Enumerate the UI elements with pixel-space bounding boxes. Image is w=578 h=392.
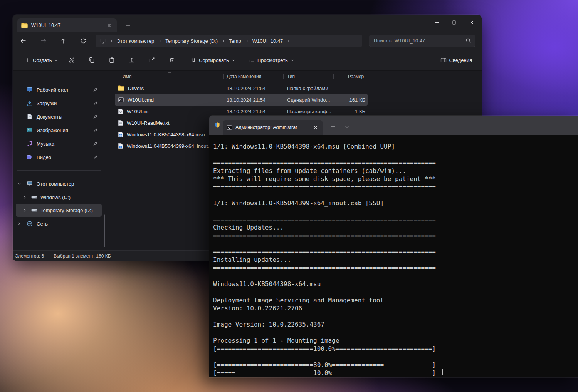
terminal-tab-close-icon[interactable] [312, 124, 319, 131]
msu-package-icon [118, 131, 123, 137]
column-header-date[interactable]: Дата изменения [223, 74, 283, 79]
delete-icon[interactable] [165, 53, 178, 67]
search-box[interactable] [369, 35, 475, 47]
chevron-right-icon[interactable] [17, 222, 21, 226]
column-header-size[interactable]: Размер [333, 74, 367, 79]
status-separator [116, 254, 116, 258]
breadcrumb: Этот компьютер Temporary Storage (D:) Te… [96, 35, 362, 47]
column-headers: Имя Дата изменения Тип Размер [115, 71, 368, 82]
terminal-tab-dropdown-button[interactable] [341, 122, 353, 132]
details-pane-button[interactable]: Сведения [437, 53, 476, 67]
sidebar-item-this-pc[interactable]: Этот компьютер [16, 177, 102, 190]
file-name: Drivers [128, 85, 144, 91]
file-name: W10UI.cmd [128, 97, 154, 103]
sidebar-item-label: Видео [37, 154, 51, 160]
file-type: Параметры конф... [283, 109, 333, 114]
sidebar-item-desktop[interactable]: Рабочий стол [16, 83, 102, 96]
text-file-icon [118, 120, 123, 126]
file-row-drivers[interactable]: Drivers 18.10.2024 21:54 Папка с файлами [115, 82, 368, 94]
chevron-right-icon[interactable] [23, 195, 27, 199]
explorer-tab[interactable]: W10UI_10.47 [17, 18, 117, 32]
sidebar-item-documents[interactable]: Документы [16, 110, 102, 123]
create-button[interactable]: Создать [21, 53, 61, 67]
search-input[interactable] [369, 35, 475, 47]
sidebar-item-network[interactable]: Сеть [16, 217, 102, 230]
copy-icon[interactable] [85, 53, 98, 67]
sort-ascending-icon [168, 71, 172, 74]
sort-arrows-icon [190, 57, 196, 63]
rename-icon[interactable] [125, 53, 138, 67]
sidebar-item-drive-c[interactable]: Windows (C:) [16, 191, 102, 204]
share-icon[interactable] [145, 53, 158, 67]
close-button[interactable] [463, 15, 480, 30]
column-header-name[interactable]: Имя [115, 74, 223, 79]
file-size: 161 КБ [333, 97, 367, 103]
new-tab-button[interactable] [123, 21, 133, 30]
pictures-icon [27, 127, 33, 133]
maximize-button[interactable] [445, 15, 463, 30]
chevron-right-icon[interactable] [287, 39, 290, 43]
terminal-titlebar[interactable]: Администратор: Administrat [209, 116, 578, 135]
status-item-count: Элементов: 6 [15, 253, 44, 259]
sidebar-item-pictures[interactable]: Изображения [16, 124, 102, 137]
breadcrumb-item-this-pc[interactable]: Этот компьютер [114, 37, 156, 45]
sidebar-item-music[interactable]: Музыка [16, 137, 102, 150]
status-selection: Выбран 1 элемент: 160 КБ [54, 253, 111, 259]
minimize-button[interactable] [428, 15, 445, 30]
chevron-down-icon [54, 59, 58, 62]
pin-icon [93, 101, 98, 106]
breadcrumb-item-drive-d[interactable]: Temporary Storage (D:) [163, 37, 220, 45]
cut-icon[interactable] [65, 53, 78, 67]
chevron-right-icon[interactable] [23, 208, 27, 212]
tab-close-icon[interactable] [105, 22, 113, 29]
chevron-down-icon[interactable] [17, 182, 21, 186]
terminal-window: Администратор: Administrat 1/1: Windows1… [209, 116, 578, 377]
sidebar-item-downloads[interactable]: Загрузки [16, 97, 102, 110]
cab-package-icon [118, 143, 123, 149]
file-name: W10UI-ReadMe.txt [127, 120, 170, 126]
up-icon[interactable] [56, 34, 70, 48]
music-icon [27, 141, 33, 147]
tab-title: W10UI_10.47 [31, 23, 102, 28]
breadcrumb-item-temp[interactable]: Temp [227, 37, 244, 45]
chevron-right-icon [109, 39, 113, 43]
sort-button[interactable]: Сортировать [187, 53, 239, 67]
terminal-tab[interactable]: Администратор: Administrat [223, 120, 323, 135]
computer-icon [99, 38, 108, 44]
explorer-titlebar[interactable]: W10UI_10.47 [13, 15, 482, 32]
sidebar-item-drive-d[interactable]: Temporary Storage (D:) [16, 204, 102, 217]
plus-icon [25, 57, 30, 63]
documents-icon [27, 114, 33, 120]
desktop-icon [27, 87, 33, 93]
details-pane-icon [440, 57, 447, 63]
view-button[interactable]: Просмотреть [245, 53, 297, 67]
forward-icon[interactable] [36, 34, 50, 48]
refresh-icon[interactable] [76, 34, 90, 48]
terminal-output[interactable]: 1/1: Windows11.0-KB5044398-x64.msu [Comb… [209, 135, 578, 377]
details-button-label: Сведения [449, 57, 472, 63]
sidebar-scrollbar[interactable] [104, 214, 105, 247]
sidebar-item-label: Рабочий стол [37, 87, 68, 93]
paste-icon[interactable] [105, 53, 118, 67]
chevron-down-icon [291, 59, 294, 62]
videos-icon [27, 154, 33, 160]
terminal-new-tab-button[interactable] [327, 122, 339, 132]
column-header-type[interactable]: Тип [283, 74, 333, 79]
sidebar-item-label: Этот компьютер [37, 181, 74, 187]
ini-settings-icon [118, 108, 123, 114]
back-icon[interactable] [16, 34, 30, 48]
sidebar-item-videos[interactable]: Видео [16, 151, 102, 164]
file-date: 18.10.2024 21:54 [223, 85, 283, 91]
search-icon[interactable] [465, 38, 471, 44]
cmd-script-icon [118, 97, 124, 103]
navigation-pane: Рабочий стол Загрузки Документы Изображе… [13, 71, 106, 250]
folder-icon [21, 23, 28, 28]
file-row-w10ui-cmd[interactable]: W10UI.cmd 18.10.2024 21:54 Сценарий Wind… [115, 94, 368, 106]
more-options-icon[interactable] [304, 53, 317, 67]
terminal-cursor [442, 369, 443, 375]
pin-icon [93, 114, 98, 119]
view-list-icon [249, 57, 255, 63]
sort-button-label: Сортировать [199, 57, 229, 63]
breadcrumb-item-current-folder[interactable]: W10UI_10.47 [250, 37, 286, 45]
sidebar-item-label: Документы [37, 114, 62, 120]
